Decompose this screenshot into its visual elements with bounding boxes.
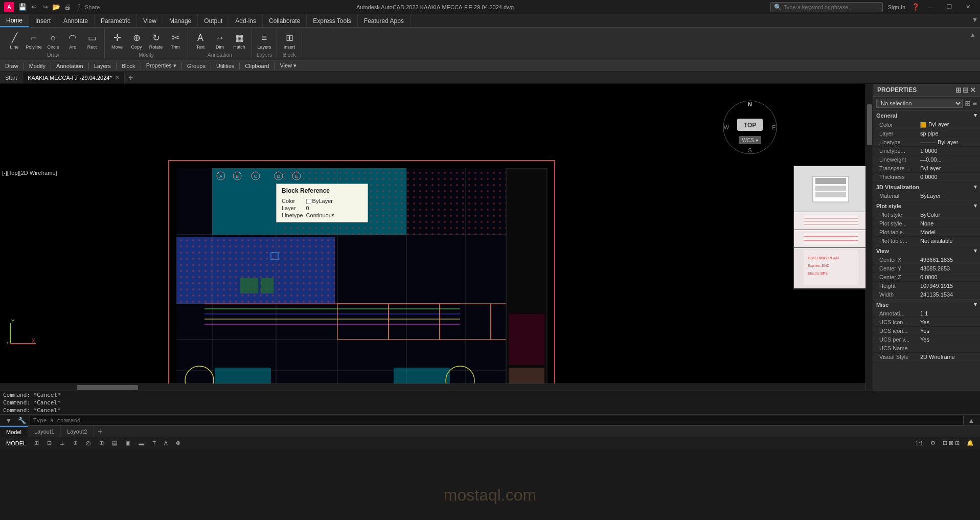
add-layout-button[interactable]: + xyxy=(94,426,106,437)
cmd-input[interactable] xyxy=(30,416,964,425)
cmd-expand-icon[interactable]: ▲ xyxy=(966,416,977,425)
tab-output[interactable]: Output xyxy=(198,14,229,27)
notification-icon[interactable]: 🔔 xyxy=(965,440,976,446)
osnap-button[interactable]: ◎ xyxy=(84,440,93,446)
ribbon-minimize-icon[interactable]: ▲ xyxy=(968,29,978,39)
tab-parametric[interactable]: Parametric xyxy=(95,14,137,27)
tb2-utilities[interactable]: Utilities xyxy=(213,63,237,69)
layout-tab-1[interactable]: Layout1 xyxy=(28,426,61,437)
prop-pt-value[interactable]: Model xyxy=(920,229,977,235)
props-icon-2[interactable]: ⊟ xyxy=(963,86,969,94)
tab-collaborate[interactable]: Collaborate xyxy=(263,14,307,27)
qa-share[interactable]: ⤴ xyxy=(74,2,84,12)
prop-cx-value[interactable]: 493661.1835 xyxy=(920,257,977,263)
help-icon[interactable]: ❓ xyxy=(910,2,921,12)
annotation-scale[interactable]: 1:1 xyxy=(914,440,925,446)
prop-ui2-value[interactable]: Yes xyxy=(920,328,977,334)
tab-close-icon[interactable]: ✕ xyxy=(115,75,119,80)
props-list-icon[interactable]: ≡ xyxy=(973,99,977,107)
canvas-area[interactable]: A B C D E A B C 1 GROUND FLOOR PLAN xyxy=(0,84,873,391)
prop-lw-value[interactable]: —0.00... xyxy=(920,156,977,163)
tp-button[interactable]: T xyxy=(150,440,158,446)
rotate-button[interactable]: ↻ Rotate xyxy=(147,30,165,52)
polyline-button[interactable]: ⌐ Polyline xyxy=(25,30,43,52)
plot-section-header[interactable]: Plot style ▾ xyxy=(873,201,980,211)
tab-start[interactable]: Start xyxy=(0,72,22,83)
tb2-layers[interactable]: Layers xyxy=(91,63,114,69)
copy-button[interactable]: ⊕ Copy xyxy=(127,30,146,52)
snap-button[interactable]: ⊡ xyxy=(45,440,54,446)
tab-view[interactable]: View xyxy=(137,14,163,27)
arc-button[interactable]: ◠ Arc xyxy=(63,30,82,52)
move-button[interactable]: ✛ Move xyxy=(108,30,126,52)
prop-color-value[interactable]: ByLayer xyxy=(920,121,977,128)
horizontal-scroll-thumb[interactable] xyxy=(77,385,138,390)
qa-print[interactable]: 🖨 xyxy=(62,2,73,12)
prop-lts-value[interactable]: 1.0000 xyxy=(920,148,977,154)
hatch-button[interactable]: ▦ Hatch xyxy=(230,30,248,52)
tab-home[interactable]: Home xyxy=(0,14,29,27)
signin-button[interactable]: Sign In xyxy=(885,4,908,10)
prop-width-value[interactable]: 241135.1534 xyxy=(920,291,977,298)
prop-height-value[interactable]: 107949.1915 xyxy=(920,283,977,289)
misc-section-header[interactable]: Misc ▾ xyxy=(873,300,980,309)
tab-insert[interactable]: Insert xyxy=(29,14,57,27)
bottom-scrollbar[interactable] xyxy=(0,383,865,391)
polar-button[interactable]: ⊕ xyxy=(71,440,80,446)
workspace-button[interactable]: ⚙ xyxy=(928,440,938,446)
prop-ps2-value[interactable]: None xyxy=(920,220,977,227)
prop-trans-value[interactable]: ByLayer xyxy=(920,165,977,171)
tab-featuredapps[interactable]: Featured Apps xyxy=(358,14,411,27)
viz-section-header[interactable]: 3D Visualization ▾ xyxy=(873,182,980,192)
tab-expresstools[interactable]: Express Tools xyxy=(307,14,357,27)
tb2-block[interactable]: Block xyxy=(119,63,139,69)
prop-cy-value[interactable]: 43085.2653 xyxy=(920,265,977,272)
new-tab-button[interactable]: + xyxy=(125,72,137,83)
layout-tab-2[interactable]: Layout2 xyxy=(61,426,94,437)
rectangle-button[interactable]: ▭ Rect xyxy=(83,30,101,52)
line-button[interactable]: ╱ Line xyxy=(5,30,24,52)
dyn-button[interactable]: ▣ xyxy=(123,440,132,446)
prop-upv-value[interactable]: Yes xyxy=(920,336,977,343)
prop-ps-value[interactable]: ByColor xyxy=(920,212,977,218)
props-icon-1[interactable]: ⊞ xyxy=(955,86,962,94)
prop-cz-value[interactable]: 0.0000 xyxy=(920,274,977,280)
tb2-modify[interactable]: Modify xyxy=(26,63,49,69)
qa-open[interactable]: 📂 xyxy=(51,2,61,12)
general-section-header[interactable]: General ▾ xyxy=(873,110,980,120)
qa-save[interactable]: 💾 xyxy=(17,2,28,12)
prop-as-value[interactable]: 1:1 xyxy=(920,310,977,316)
status-icons[interactable]: ⊡ ⊠ ⊞ xyxy=(941,440,962,446)
layout-tab-model[interactable]: Model xyxy=(0,426,28,437)
close-button[interactable]: ✕ xyxy=(960,2,976,13)
qa-redo[interactable]: ↪ xyxy=(40,2,50,12)
props-close[interactable]: ✕ xyxy=(970,86,976,94)
qa-undo[interactable]: ↩ xyxy=(29,2,39,12)
props-filter-icon[interactable]: ⊞ xyxy=(965,99,971,107)
tb2-groups[interactable]: Groups xyxy=(184,63,209,69)
selection-dropdown[interactable]: No selection xyxy=(876,99,963,108)
tab-file[interactable]: KAAKIA.MECCA-F.F-29.04.2024* ✕ xyxy=(22,72,124,83)
prop-pt2-value[interactable]: Not available xyxy=(920,238,977,244)
tab-annotate[interactable]: Annotate xyxy=(57,14,95,27)
tb2-view[interactable]: View ▾ xyxy=(277,62,300,69)
circle-button[interactable]: ○ Circle xyxy=(44,30,62,52)
ortho-button[interactable]: ⊥ xyxy=(58,440,67,446)
minimize-button[interactable]: — xyxy=(923,2,939,13)
qp-button[interactable]: A xyxy=(162,440,170,446)
grid-snap-button[interactable]: ⊞ xyxy=(32,440,41,446)
search-input[interactable] xyxy=(784,4,865,10)
prop-ui1-value[interactable]: Yes xyxy=(920,319,977,325)
ribbon-options-icon[interactable]: ▼ xyxy=(970,14,980,25)
model-status[interactable]: MODEL xyxy=(4,440,28,446)
prop-layer-value[interactable]: sp pipe xyxy=(920,130,977,137)
tb2-properties[interactable]: Properties ▾ xyxy=(143,62,179,69)
tab-addins[interactable]: Add-ins xyxy=(229,14,263,27)
text-button[interactable]: A Text xyxy=(191,30,210,52)
vertical-scroll-thumb[interactable] xyxy=(867,104,872,145)
insert-block-button[interactable]: ⊞ Insert xyxy=(280,30,299,52)
cmd-settings-icon[interactable]: 🔧 xyxy=(16,416,28,425)
sc-button[interactable]: ⊚ xyxy=(174,440,183,446)
tab-manage[interactable]: Manage xyxy=(163,14,198,27)
right-scrollbar[interactable] xyxy=(865,84,873,391)
